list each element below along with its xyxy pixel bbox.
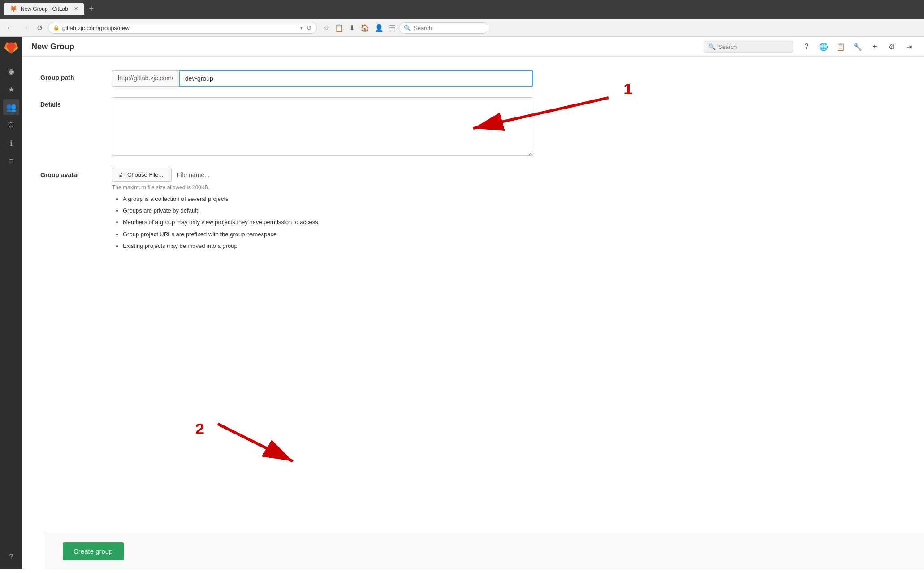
- form-section: Group path http://gitlab.zjc.com/ Detail…: [40, 70, 533, 254]
- forward-button[interactable]: →: [19, 23, 31, 33]
- bottom-bar: Create group: [45, 533, 924, 569]
- help-icon: ?: [9, 553, 13, 561]
- home-icon[interactable]: 🏠: [359, 23, 370, 33]
- reload-button[interactable]: ↺: [34, 23, 45, 33]
- plus-button[interactable]: +: [868, 40, 881, 53]
- topbar-icons: ? 🌐 📋 🔧 + ⚙: [800, 40, 915, 53]
- details-row: Details: [40, 97, 533, 157]
- app-layout: ◉ ★ 👥 ⏱ ℹ ≡ ? New Grou: [0, 37, 924, 569]
- create-group-button[interactable]: Create group: [63, 542, 124, 560]
- sidebar-item-info[interactable]: ℹ: [3, 135, 19, 151]
- dashboard-icon: ◉: [8, 67, 14, 76]
- sidebar-item-list[interactable]: ≡: [3, 153, 19, 169]
- bookmark-icon[interactable]: ☆: [322, 23, 330, 33]
- plus-icon: +: [872, 43, 877, 51]
- profile-icon[interactable]: 👤: [374, 23, 384, 33]
- download-icon[interactable]: ⬇: [348, 23, 356, 33]
- svg-text:2: 2: [195, 421, 205, 437]
- lock-icon: 🔒: [53, 25, 60, 31]
- info-item-3: Members of a group may only view project…: [123, 218, 533, 226]
- globe-button[interactable]: 🌐: [817, 40, 830, 53]
- details-label: Details: [40, 97, 112, 108]
- sidebar-item-activity[interactable]: ⏱: [3, 117, 19, 133]
- group-avatar-row: Group avatar 🖇 Choose File ... File name…: [40, 168, 533, 254]
- group-avatar-label: Group avatar: [40, 168, 112, 178]
- address-input[interactable]: [62, 25, 297, 31]
- globe-icon: 🌐: [819, 43, 828, 51]
- address-dropdown[interactable]: ▼: [299, 26, 304, 30]
- active-tab[interactable]: 🦊 New Group | GitLab ✕: [4, 3, 84, 15]
- topbar-search-input[interactable]: [718, 43, 788, 50]
- info-item-4: Group project URLs are prefixed with the…: [123, 230, 533, 239]
- list-icon: ≡: [9, 157, 13, 165]
- info-list: A group is a collection of several proje…: [112, 195, 533, 250]
- groups-icon: 👥: [6, 102, 16, 112]
- gear-icon: ⚙: [889, 43, 895, 51]
- tab-close-button[interactable]: ✕: [74, 6, 78, 12]
- main-content: 1 2 Group path http://gitlab.zjc.com/: [22, 57, 924, 533]
- file-input-row: 🖇 Choose File ... File name...: [112, 168, 533, 182]
- details-textarea[interactable]: [112, 97, 533, 156]
- help-button[interactable]: ?: [800, 40, 813, 53]
- wrench-button[interactable]: 🔧: [851, 40, 864, 53]
- page-title: New Group: [31, 42, 696, 52]
- back-button[interactable]: ←: [4, 23, 16, 33]
- group-avatar-field: 🖇 Choose File ... File name... The maxim…: [112, 168, 533, 254]
- sidebar-item-groups[interactable]: 👥: [3, 99, 19, 115]
- group-path-prefix: http://gitlab.zjc.com/: [112, 70, 179, 87]
- sidebar-item-help[interactable]: ?: [3, 549, 19, 565]
- tab-favicon: 🦊: [10, 5, 17, 12]
- search-icon-nav: 🔍: [404, 25, 411, 31]
- group-path-input[interactable]: [179, 70, 533, 87]
- choose-file-label: Choose File ...: [127, 171, 165, 178]
- gitlab-topbar: New Group 🔍 ? 🌐 📋 🔧: [22, 37, 924, 57]
- sidebar-item-dashboard[interactable]: ◉: [3, 63, 19, 79]
- copy-button[interactable]: 📋: [834, 40, 847, 53]
- group-path-field: http://gitlab.zjc.com/: [112, 70, 533, 87]
- browser-search-input[interactable]: [414, 25, 489, 31]
- signout-button[interactable]: ⇥: [902, 40, 915, 53]
- browser-nav-bar: ← → ↺ 🔒 ▼ ↺ ☆ 📋 ⬇ 🏠 👤 ☰ 🔍: [0, 19, 924, 37]
- reader-view-icon[interactable]: 📋: [334, 23, 345, 33]
- menu-icon[interactable]: ☰: [388, 23, 396, 33]
- question-icon: ?: [805, 43, 809, 51]
- gitlab-logo[interactable]: [4, 41, 18, 57]
- topbar-search-box[interactable]: 🔍: [704, 41, 793, 53]
- new-tab-button[interactable]: +: [86, 3, 97, 15]
- file-name-display: File name...: [177, 171, 210, 178]
- search-icon-topbar: 🔍: [708, 43, 716, 50]
- refresh-icon[interactable]: ↺: [307, 24, 312, 31]
- star-icon: ★: [8, 85, 14, 94]
- gear-button[interactable]: ⚙: [885, 40, 898, 53]
- nav-icons: ☆ 📋 ⬇ 🏠 👤 ☰: [322, 23, 396, 33]
- info-item-1: A group is a collection of several proje…: [123, 195, 533, 203]
- group-path-label: Group path: [40, 70, 112, 81]
- browser-search-box[interactable]: 🔍: [399, 22, 488, 34]
- choose-file-button[interactable]: 🖇 Choose File ...: [112, 168, 172, 182]
- copy-icon: 📋: [836, 43, 845, 51]
- group-path-wrapper: http://gitlab.zjc.com/: [112, 70, 533, 87]
- details-field: [112, 97, 533, 157]
- info-icon: ℹ: [10, 139, 13, 148]
- group-path-row: Group path http://gitlab.zjc.com/: [40, 70, 533, 87]
- info-item-2: Groups are private by default: [123, 207, 533, 215]
- signout-icon: ⇥: [906, 43, 912, 51]
- tab-title: New Group | GitLab: [21, 6, 68, 12]
- svg-text:1: 1: [623, 81, 633, 97]
- file-size-note: The maximum file size allowed is 200KB.: [112, 184, 533, 191]
- wrench-icon: 🔧: [853, 43, 862, 51]
- sidebar-item-starred[interactable]: ★: [3, 81, 19, 97]
- info-item-5: Existing projects may be moved into a gr…: [123, 242, 533, 250]
- sidebar: ◉ ★ 👥 ⏱ ℹ ≡ ?: [0, 37, 22, 569]
- svg-line-4: [218, 424, 293, 461]
- address-bar[interactable]: 🔒 ▼ ↺: [48, 22, 317, 34]
- clock-icon: ⏱: [8, 121, 15, 129]
- paperclip-icon: 🖇: [119, 171, 125, 178]
